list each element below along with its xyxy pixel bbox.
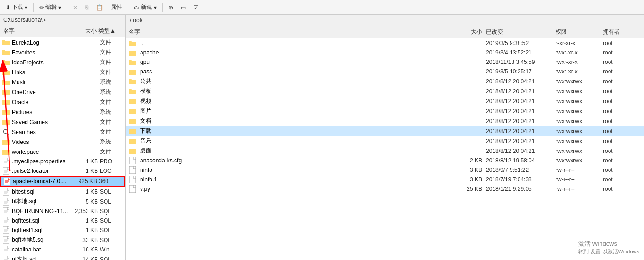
left-item-name: workspace bbox=[12, 149, 74, 155]
left-list-item[interactable]: Links文件 bbox=[0, 67, 125, 77]
right-list-item[interactable]: anaconda-ks.cfg2 KB2018/8/12 19:58:04rwx… bbox=[126, 156, 644, 165]
left-list-item[interactable]: Saved Games文件 bbox=[0, 117, 125, 127]
left-list-item[interactable]: bqft本地5.sql33 KBSQL bbox=[0, 235, 125, 245]
left-item-type: 360 bbox=[99, 178, 123, 185]
right-item-name: ninfo.1 bbox=[140, 176, 157, 183]
right-item-owner: root bbox=[603, 98, 641, 105]
download-button[interactable]: ⬇ 下载 ▾ bbox=[2, 2, 31, 13]
right-list-item[interactable]: 文档2018/8/12 20:04:21rwxrwxrwxroot bbox=[126, 116, 644, 126]
right-item-name-cell: 桌面 bbox=[129, 147, 454, 155]
left-list-item[interactable]: bqfttest.sql1 KBSQL bbox=[0, 216, 125, 225]
left-list-item[interactable]: Pictures系统 bbox=[0, 107, 125, 117]
right-list-item[interactable]: 图片2018/8/12 20:04:21rwxrwxrwxroot bbox=[126, 106, 644, 116]
left-list-item[interactable]: Music系统 bbox=[0, 77, 125, 87]
right-item-name-cell: anaconda-ks.cfg bbox=[129, 157, 454, 164]
right-item-date: 2018/8/12 20:04:21 bbox=[482, 138, 556, 144]
edit-button[interactable]: ✏ 编辑 ▾ bbox=[36, 2, 64, 13]
right-item-name: 图片 bbox=[140, 107, 151, 115]
right-col-owner-header[interactable]: 拥有者 bbox=[603, 28, 641, 36]
left-list-item[interactable]: OneDrive系统 bbox=[0, 87, 125, 97]
right-list-item[interactable]: 公共2018/8/12 20:04:21rwxrwxrwxroot bbox=[126, 76, 644, 86]
left-col-size-header[interactable]: 大小 bbox=[71, 27, 97, 35]
right-item-date: 2019/3/5 10:25:17 bbox=[482, 68, 556, 75]
left-list-item[interactable]: catalina.bat16 KBWin bbox=[0, 245, 125, 254]
left-list-item[interactable]: .myeclipse.properties1 KBPRO bbox=[0, 157, 125, 166]
right-col-size-header[interactable]: 大小 bbox=[454, 28, 482, 36]
paste-button[interactable]: 📋 bbox=[93, 3, 106, 12]
svg-rect-70 bbox=[3, 217, 9, 224]
right-list-item[interactable]: ..2019/3/5 9:38:52r-xr-xr-xroot bbox=[126, 38, 644, 48]
left-list-item[interactable]: IdeaProjects文件 bbox=[0, 57, 125, 67]
right-item-perm: rwxrwxrwx bbox=[556, 138, 603, 144]
right-item-perm: rwxrwxrwx bbox=[556, 78, 603, 85]
add-button[interactable]: ⊕ bbox=[165, 3, 176, 12]
svg-rect-116 bbox=[129, 176, 136, 183]
svg-rect-35 bbox=[2, 120, 5, 121]
right-list-item[interactable]: 音乐2018/8/12 20:04:21rwxrwxrwxroot bbox=[126, 136, 644, 146]
right-item-date: 2019/3/5 9:38:52 bbox=[482, 40, 556, 46]
right-col-perm-header[interactable]: 权限 bbox=[556, 28, 603, 36]
new-button[interactable]: 🗂 新建 ▾ bbox=[131, 2, 160, 13]
right-item-name: pass bbox=[140, 68, 152, 75]
left-list-item[interactable]: workspace文件 bbox=[0, 147, 125, 157]
right-list-item[interactable]: ninfo.13 KB2018/7/19 7:04:38rw-r--r--roo… bbox=[126, 175, 644, 184]
right-list-item[interactable]: apache2019/3/4 13:52:21rwxr-xr-xroot bbox=[126, 48, 644, 57]
left-list-item[interactable]: bltest.sql1 KBSQL bbox=[0, 187, 125, 197]
left-list-item[interactable]: .pulse2.locator1 KBLOC bbox=[0, 166, 125, 176]
right-panel: /root/ 名字 大小 已改变 权限 拥有者 ..2019/3/5 9:38:… bbox=[126, 15, 644, 260]
delete-button[interactable]: ✕ bbox=[70, 3, 81, 12]
right-col-date-header[interactable]: 已改变 bbox=[482, 28, 556, 36]
left-item-name: EurekaLog bbox=[12, 39, 74, 46]
right-list-item[interactable]: 视频2018/8/12 20:04:21rwxrwxrwxroot bbox=[126, 96, 644, 106]
checkmark-button[interactable]: ☑ bbox=[190, 3, 202, 12]
svg-point-36 bbox=[4, 129, 8, 133]
download-label: 下载 bbox=[12, 3, 23, 11]
left-list-item[interactable]: pf本地.sql14 KBSQL bbox=[0, 254, 125, 260]
left-list-item[interactable]: Searches文件 bbox=[0, 127, 125, 137]
right-item-owner: root bbox=[603, 148, 641, 154]
left-col-name-header[interactable]: 名字 bbox=[3, 27, 71, 35]
left-item-name: apache-tomcat-7.0.... bbox=[13, 178, 73, 185]
right-item-name-cell: 图片 bbox=[129, 107, 454, 115]
left-col-type-header[interactable]: 类型▲ bbox=[97, 27, 123, 35]
left-item-name: OneDrive bbox=[12, 89, 74, 96]
right-list-item[interactable]: 桌面2018/8/12 20:04:21rwxrwxrwxroot bbox=[126, 146, 644, 156]
left-list-item[interactable]: bqfttest1.sql1 KBSQL bbox=[0, 225, 125, 235]
sort-arrow-left: ▲ bbox=[43, 18, 47, 22]
edit-icon: ✏ bbox=[39, 4, 44, 11]
right-address-bar: /root/ bbox=[126, 15, 644, 26]
right-item-date: 2018/8/12 19:58:04 bbox=[482, 157, 556, 164]
folder-icon bbox=[129, 137, 136, 145]
left-list-item[interactable]: bl本地.sql5 KBSQL bbox=[0, 197, 125, 206]
right-item-date: 2018/8/12 20:04:21 bbox=[482, 88, 556, 95]
right-item-name: ninfo bbox=[140, 167, 152, 173]
copy-button[interactable]: ⎘ bbox=[82, 3, 92, 12]
edit-label: 编辑 bbox=[45, 3, 57, 11]
left-list-item[interactable]: Oracle文件 bbox=[0, 97, 125, 107]
left-item-type: 系统 bbox=[100, 78, 124, 86]
left-list-item[interactable]: Videos系统 bbox=[0, 137, 125, 147]
folder-icon bbox=[2, 79, 10, 86]
view2-button[interactable]: ▭ bbox=[177, 3, 189, 12]
left-list-item[interactable]: BQFTRUNNING~11...2,353 KBSQL bbox=[0, 206, 125, 216]
left-list-item[interactable]: EurekaLog文件 bbox=[0, 37, 125, 47]
folder-icon bbox=[2, 69, 10, 76]
right-list-item[interactable]: pass2019/3/5 10:25:17rwxr-xr-xroot bbox=[126, 67, 644, 76]
svg-rect-95 bbox=[129, 60, 132, 62]
sep2 bbox=[67, 3, 67, 12]
left-list-item[interactable]: apache-tomcat-7.0....925 KB360 bbox=[0, 176, 125, 187]
right-list-item[interactable]: gpu2018/11/18 3:45:59rwxr-xr-xroot bbox=[126, 57, 644, 67]
right-list-item[interactable]: 下载2018/8/12 20:04:21rwxrwxrwxroot bbox=[126, 126, 644, 136]
svg-rect-66 bbox=[3, 207, 9, 215]
left-file-list: EurekaLog文件Favorites文件IdeaProjects文件Link… bbox=[0, 37, 125, 260]
right-list-item[interactable]: ninfo3 KB2018/9/7 9:51:22rw-r--r--root bbox=[126, 165, 644, 175]
right-item-name-cell: pass bbox=[129, 68, 454, 75]
right-item-perm: rw-r--r-- bbox=[556, 176, 603, 183]
left-item-size: 925 KB bbox=[73, 178, 99, 185]
right-list-item[interactable]: 模板2018/8/12 20:04:21rwxrwxrwxroot bbox=[126, 86, 644, 96]
properties-button[interactable]: 属性 bbox=[107, 2, 125, 13]
left-list-item[interactable]: Favorites文件 bbox=[0, 47, 125, 57]
svg-rect-103 bbox=[129, 99, 132, 100]
right-list-item[interactable]: v.py25 KB2018/1/21 9:29:05rw-r--r--root bbox=[126, 184, 644, 194]
right-col-name-header[interactable]: 名字 bbox=[129, 28, 454, 36]
